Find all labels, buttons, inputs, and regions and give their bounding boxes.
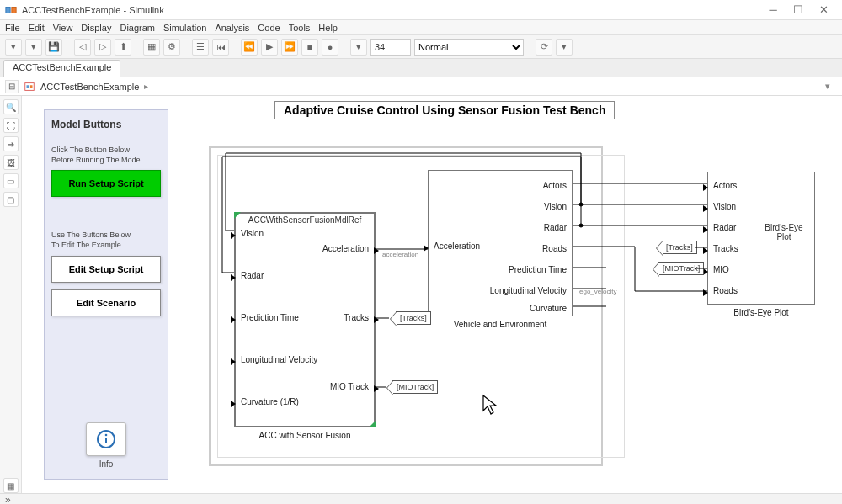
menu-edit[interactable]: Edit bbox=[29, 23, 45, 33]
vehicle-and-environment-block[interactable]: Acceleration Actors Vision Radar Roads P… bbox=[428, 170, 573, 316]
inport-vision: Vision bbox=[241, 229, 264, 238]
inport-arrow-icon bbox=[703, 205, 708, 212]
image-tool[interactable]: 🖼 bbox=[3, 155, 19, 170]
menu-diagram[interactable]: Diagram bbox=[120, 23, 155, 33]
viewmark-tool[interactable]: ▢ bbox=[3, 192, 19, 207]
edit-setup-script-button[interactable]: Edit Setup Script bbox=[51, 256, 161, 283]
panel-title: Model Buttons bbox=[51, 119, 161, 130]
info-block[interactable]: Info bbox=[86, 422, 126, 469]
from-miotrack-tag[interactable]: [MIOTrack] bbox=[658, 262, 704, 275]
menu-file[interactable]: File bbox=[5, 23, 20, 33]
inport-arrow-icon bbox=[703, 226, 708, 233]
canvas-tool-palette: 🔍 ⛶ ➜ 🖼 ▭ ▢ ▦ bbox=[0, 96, 22, 493]
from-tracks-tag[interactable]: [Tracks] bbox=[662, 241, 697, 254]
breadcrumb-root[interactable]: ACCTestBenchExample bbox=[40, 82, 139, 92]
separator bbox=[66, 39, 71, 56]
separator bbox=[232, 39, 237, 56]
run-button[interactable]: ▶ bbox=[261, 39, 278, 56]
menu-display[interactable]: Display bbox=[81, 23, 111, 33]
inport-roads: Roads bbox=[713, 286, 738, 295]
menu-code[interactable]: Code bbox=[258, 23, 280, 33]
toolbar: ▾ ▾ 💾 ◁ ▷ ⬆ ▦ ⚙ ☰ ⏮ ⏪ ▶ ⏩ ■ ● ▾ 34 Norma… bbox=[0, 35, 842, 59]
inport-arrow-icon bbox=[424, 245, 429, 252]
fast-restart-button[interactable]: ▾ bbox=[350, 39, 367, 56]
menu-help[interactable]: Help bbox=[318, 23, 338, 33]
breadcrumb-dropdown[interactable]: ▾ bbox=[825, 81, 837, 93]
svg-rect-4 bbox=[30, 85, 33, 88]
goto-tracks-tag[interactable]: [Tracks] bbox=[396, 311, 431, 325]
menu-analysis[interactable]: Analysis bbox=[215, 23, 249, 33]
area-tool[interactable]: ▭ bbox=[3, 173, 19, 188]
window-title: ACCTestBenchExample - Simulink bbox=[22, 5, 768, 15]
deploy-button[interactable]: ▾ bbox=[556, 39, 573, 56]
outport-longitudinal-velocity: Longitudinal Velocity bbox=[490, 286, 567, 295]
birds-eye-plot-label: Bird's-Eye Plot bbox=[707, 308, 815, 317]
new-button[interactable]: ▾ bbox=[5, 39, 22, 56]
inport-tracks: Tracks bbox=[713, 244, 738, 253]
inport-arrow-icon bbox=[231, 358, 236, 365]
stop-time-field[interactable]: 34 bbox=[370, 39, 411, 56]
model-browser-toggle[interactable]: ⊟ bbox=[5, 80, 19, 93]
library-button[interactable]: ▦ bbox=[143, 39, 160, 56]
menu-tools[interactable]: Tools bbox=[289, 23, 311, 33]
inport-curvature: Curvature (1/R) bbox=[241, 397, 299, 406]
info-label: Info bbox=[86, 459, 126, 469]
build-button[interactable]: ⟳ bbox=[536, 39, 552, 56]
explorer-button[interactable]: ☰ bbox=[192, 39, 209, 56]
model-icon bbox=[24, 81, 35, 93]
panel-hint2: Use The Buttons Below To Edit The Exampl… bbox=[51, 231, 161, 250]
diagram-canvas[interactable]: Model Buttons Click The Button Below Bef… bbox=[22, 96, 842, 493]
fit-tool[interactable]: ⛶ bbox=[3, 118, 19, 133]
separator bbox=[342, 39, 347, 56]
outport-arrow-icon bbox=[374, 385, 379, 392]
show-tool[interactable]: ▦ bbox=[3, 478, 19, 493]
run-setup-script-button[interactable]: Run Setup Script bbox=[51, 170, 161, 197]
inport-prediction-time: Prediction Time bbox=[241, 313, 299, 322]
expand-bar: » bbox=[0, 493, 842, 504]
record-button[interactable]: ● bbox=[322, 39, 338, 56]
close-button[interactable]: ✕ bbox=[818, 5, 829, 15]
open-button[interactable]: ▾ bbox=[25, 39, 42, 56]
up-button[interactable]: ⬆ bbox=[115, 39, 131, 56]
simulink-icon bbox=[5, 4, 17, 16]
tab-main[interactable]: ACCTestBenchExample bbox=[3, 60, 120, 77]
maximize-button[interactable]: ☐ bbox=[793, 5, 803, 15]
expand-icon[interactable]: » bbox=[5, 494, 11, 504]
simulation-mode-select[interactable]: Normal bbox=[414, 39, 524, 56]
outport-radar: Radar bbox=[544, 223, 567, 232]
outport-vision: Vision bbox=[544, 202, 567, 211]
svg-rect-1 bbox=[12, 7, 16, 13]
modelref-corner-icon bbox=[234, 212, 241, 219]
title-bar: ACCTestBenchExample - Simulink ─ ☐ ✕ bbox=[0, 0, 842, 20]
block-ref-name: ACCWithSensorFusionMdlRef bbox=[236, 214, 374, 226]
zoom-tool[interactable]: 🔍 bbox=[3, 99, 19, 114]
step-forward-button[interactable]: ⏩ bbox=[281, 39, 298, 56]
outport-curvature: Curvature bbox=[530, 304, 567, 313]
outport-prediction-time: Prediction Time bbox=[509, 265, 567, 274]
birds-eye-plot-block[interactable]: Actors Vision Radar Tracks MIO Roads Bir… bbox=[707, 172, 815, 305]
step-back-button[interactable]: ⏮ bbox=[212, 39, 229, 56]
inport-actors: Actors bbox=[713, 181, 737, 190]
separator bbox=[527, 39, 532, 56]
goto-miotrack-tag[interactable]: [MIOTrack] bbox=[392, 380, 438, 394]
menu-view[interactable]: View bbox=[53, 23, 73, 33]
svg-rect-3 bbox=[27, 85, 29, 88]
chevron-right-icon: ▸ bbox=[144, 82, 148, 91]
separator bbox=[135, 39, 140, 56]
edit-scenario-button[interactable]: Edit Scenario bbox=[51, 289, 161, 316]
breadcrumb-bar: ⊟ ACCTestBenchExample ▸ ▾ bbox=[0, 77, 842, 96]
menu-simulation[interactable]: Simulation bbox=[163, 23, 206, 33]
minimize-button[interactable]: ─ bbox=[768, 5, 778, 15]
back-button[interactable]: ◁ bbox=[74, 39, 91, 56]
model-config-button[interactable]: ⚙ bbox=[163, 39, 180, 56]
acc-with-sensor-fusion-block[interactable]: ACCWithSensorFusionMdlRef Vision Radar P… bbox=[234, 212, 376, 427]
inport-arrow-icon bbox=[703, 289, 708, 296]
svg-rect-2 bbox=[25, 82, 35, 90]
save-button[interactable]: 💾 bbox=[45, 39, 62, 56]
annotation-tool[interactable]: ➜ bbox=[3, 136, 19, 151]
step-back-button2[interactable]: ⏪ bbox=[241, 39, 258, 56]
inport-arrow-icon bbox=[703, 184, 708, 191]
stop-button[interactable]: ■ bbox=[301, 39, 318, 56]
forward-button[interactable]: ▷ bbox=[94, 39, 111, 56]
model-buttons-panel: Model Buttons Click The Button Below Bef… bbox=[44, 109, 168, 480]
